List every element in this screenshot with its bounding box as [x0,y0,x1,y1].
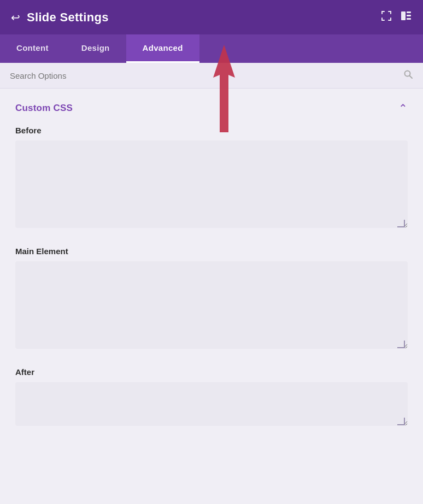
main-element-label: Main Element [15,247,408,256]
svg-rect-5 [381,20,385,21]
after-css-input[interactable] [15,382,408,426]
main-element-css-input[interactable] [15,261,408,349]
tab-design[interactable]: Design [65,34,126,63]
svg-rect-1 [381,11,383,14]
slide-settings-panel: ↩ Slide Settings [0,0,423,504]
content-area: Custom CSS ⌃ Before Main Element After [0,89,423,504]
before-textarea-wrapper [15,140,408,230]
main-element-textarea-wrapper [15,261,408,351]
svg-rect-11 [407,18,411,20]
custom-css-section-header: Custom CSS ⌃ [15,102,408,115]
tabs-bar: Content Design Advanced [0,34,423,63]
screenshot-icon[interactable] [380,10,392,25]
main-element-field-block: Main Element [15,247,408,351]
collapse-icon[interactable]: ⌃ [398,102,408,115]
page-title: Slide Settings [27,10,109,25]
svg-rect-7 [390,17,391,21]
tab-advanced[interactable]: Advanced [126,34,199,63]
before-field-block: Before [15,126,408,230]
svg-rect-10 [407,15,411,16]
custom-css-title: Custom CSS [15,103,73,114]
after-field-block: After [15,367,408,428]
back-button[interactable]: ↩ [11,11,20,24]
before-css-input[interactable] [15,140,408,228]
svg-rect-9 [407,11,411,13]
header: ↩ Slide Settings [0,0,423,34]
header-right [380,10,412,25]
svg-rect-8 [401,11,406,20]
before-label: Before [15,126,408,135]
sidebar-toggle-icon[interactable] [400,10,412,25]
svg-line-13 [410,76,413,79]
search-input[interactable] [10,71,403,80]
after-textarea-wrapper [15,382,408,428]
after-label: After [15,367,408,377]
svg-rect-3 [390,11,391,14]
search-bar [0,63,423,89]
header-left: ↩ Slide Settings [11,10,109,25]
search-icon [403,69,413,81]
tab-content[interactable]: Content [0,34,65,63]
